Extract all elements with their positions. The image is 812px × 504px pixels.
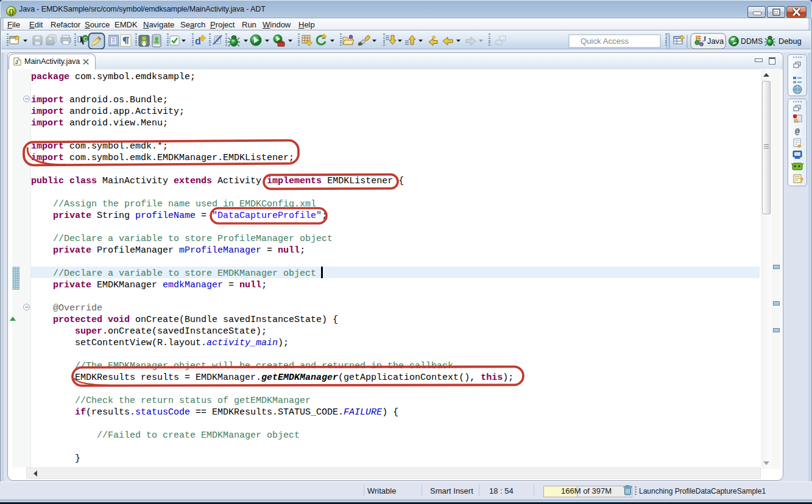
- svg-text:?: ?: [800, 177, 803, 184]
- svg-text:Java: Java: [707, 37, 724, 46]
- svg-text:Quick Access: Quick Access: [581, 37, 629, 46]
- svg-text:Debug: Debug: [778, 37, 802, 46]
- svg-text:@: @: [795, 127, 800, 136]
- svg-text:DDMS: DDMS: [741, 37, 763, 46]
- svg-text:{}: {}: [9, 8, 14, 15]
- svg-text:C: C: [83, 36, 88, 42]
- svg-text:J: J: [702, 34, 707, 43]
